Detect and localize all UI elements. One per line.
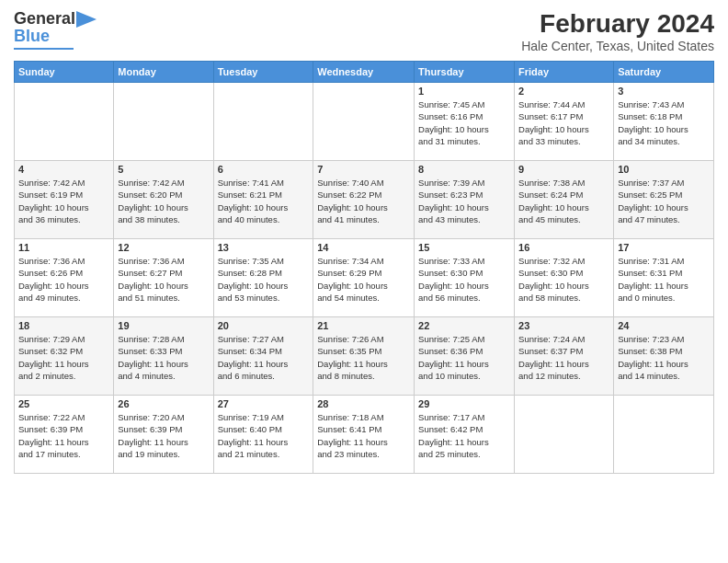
day-info: Sunrise: 7:39 AM Sunset: 6:23 PM Dayligh… [418, 177, 510, 225]
calendar-cell: 15Sunrise: 7:33 AM Sunset: 6:30 PM Dayli… [415, 239, 515, 317]
header-sunday: Sunday [15, 62, 114, 83]
day-number: 4 [18, 164, 109, 175]
day-number: 11 [18, 242, 109, 253]
header-saturday: Saturday [614, 62, 714, 83]
calendar-cell: 19Sunrise: 7:28 AM Sunset: 6:33 PM Dayli… [114, 317, 213, 396]
day-number: 23 [518, 320, 609, 331]
calendar-week-4: 18Sunrise: 7:29 AM Sunset: 6:32 PM Dayli… [15, 317, 714, 396]
calendar-cell: 6Sunrise: 7:41 AM Sunset: 6:21 PM Daylig… [213, 161, 313, 239]
day-number: 19 [118, 320, 209, 331]
calendar-cell: 26Sunrise: 7:20 AM Sunset: 6:39 PM Dayli… [114, 396, 213, 474]
day-number: 25 [18, 398, 109, 409]
calendar-cell: 16Sunrise: 7:32 AM Sunset: 6:30 PM Dayli… [515, 239, 614, 317]
calendar-week-5: 25Sunrise: 7:22 AM Sunset: 6:39 PM Dayli… [15, 396, 714, 474]
day-info: Sunrise: 7:43 AM Sunset: 6:18 PM Dayligh… [618, 98, 710, 147]
header-wednesday: Wednesday [313, 62, 415, 83]
day-info: Sunrise: 7:36 AM Sunset: 6:27 PM Dayligh… [118, 255, 209, 304]
day-number: 13 [218, 242, 310, 253]
logo-general: General [14, 9, 75, 29]
calendar-cell: 10Sunrise: 7:37 AM Sunset: 6:25 PM Dayli… [614, 161, 714, 239]
day-number: 29 [418, 398, 510, 409]
day-info: Sunrise: 7:41 AM Sunset: 6:21 PM Dayligh… [218, 177, 310, 225]
day-number: 24 [618, 320, 710, 331]
day-number: 17 [618, 242, 710, 253]
day-number: 26 [118, 398, 209, 409]
day-info: Sunrise: 7:40 AM Sunset: 6:22 PM Dayligh… [317, 177, 410, 225]
calendar-cell: 25Sunrise: 7:22 AM Sunset: 6:39 PM Dayli… [15, 396, 114, 474]
day-number: 6 [218, 164, 310, 175]
day-number: 9 [518, 164, 609, 175]
day-number: 1 [418, 86, 510, 97]
day-number: 18 [18, 320, 109, 331]
calendar-cell: 21Sunrise: 7:26 AM Sunset: 6:35 PM Dayli… [313, 317, 415, 396]
calendar-cell: 23Sunrise: 7:24 AM Sunset: 6:37 PM Dayli… [515, 317, 614, 396]
day-number: 20 [218, 320, 310, 331]
day-info: Sunrise: 7:20 AM Sunset: 6:39 PM Dayligh… [118, 411, 209, 460]
calendar-week-3: 11Sunrise: 7:36 AM Sunset: 6:26 PM Dayli… [15, 239, 714, 317]
calendar-cell: 22Sunrise: 7:25 AM Sunset: 6:36 PM Dayli… [415, 317, 515, 396]
day-number: 21 [317, 320, 410, 331]
calendar-header-row: Sunday Monday Tuesday Wednesday Thursday… [15, 62, 714, 83]
day-info: Sunrise: 7:18 AM Sunset: 6:41 PM Dayligh… [317, 411, 410, 460]
day-info: Sunrise: 7:44 AM Sunset: 6:17 PM Dayligh… [518, 98, 609, 147]
day-info: Sunrise: 7:42 AM Sunset: 6:20 PM Dayligh… [118, 177, 209, 225]
calendar-cell [515, 396, 614, 474]
day-number: 5 [118, 164, 209, 175]
day-info: Sunrise: 7:42 AM Sunset: 6:19 PM Dayligh… [18, 177, 109, 225]
day-info: Sunrise: 7:22 AM Sunset: 6:39 PM Dayligh… [18, 411, 109, 460]
calendar-cell: 24Sunrise: 7:23 AM Sunset: 6:38 PM Dayli… [614, 317, 714, 396]
header-monday: Monday [114, 62, 213, 83]
calendar-cell: 4Sunrise: 7:42 AM Sunset: 6:19 PM Daylig… [15, 161, 114, 239]
calendar-cell: 29Sunrise: 7:17 AM Sunset: 6:42 PM Dayli… [415, 396, 515, 474]
day-number: 27 [218, 398, 310, 409]
day-info: Sunrise: 7:36 AM Sunset: 6:26 PM Dayligh… [18, 255, 109, 304]
day-info: Sunrise: 7:37 AM Sunset: 6:25 PM Dayligh… [618, 177, 710, 225]
day-info: Sunrise: 7:33 AM Sunset: 6:30 PM Dayligh… [418, 255, 510, 304]
calendar-cell: 12Sunrise: 7:36 AM Sunset: 6:27 PM Dayli… [114, 239, 213, 317]
calendar-cell: 7Sunrise: 7:40 AM Sunset: 6:22 PM Daylig… [313, 161, 415, 239]
calendar-cell: 1Sunrise: 7:45 AM Sunset: 6:16 PM Daylig… [415, 83, 515, 161]
calendar-cell: 20Sunrise: 7:27 AM Sunset: 6:34 PM Dayli… [213, 317, 313, 396]
day-number: 7 [317, 164, 410, 175]
day-number: 12 [118, 242, 209, 253]
day-info: Sunrise: 7:17 AM Sunset: 6:42 PM Dayligh… [418, 411, 510, 460]
day-info: Sunrise: 7:25 AM Sunset: 6:36 PM Dayligh… [418, 333, 510, 382]
calendar-week-1: 1Sunrise: 7:45 AM Sunset: 6:16 PM Daylig… [15, 83, 714, 161]
day-info: Sunrise: 7:27 AM Sunset: 6:34 PM Dayligh… [218, 333, 310, 382]
logo: General Blue [14, 9, 97, 50]
day-number: 8 [418, 164, 510, 175]
day-info: Sunrise: 7:45 AM Sunset: 6:16 PM Dayligh… [418, 98, 510, 147]
title-block: February 2024 Hale Center, Texas, United… [521, 9, 714, 53]
calendar-cell [15, 83, 114, 161]
day-number: 10 [618, 164, 710, 175]
calendar-cell: 5Sunrise: 7:42 AM Sunset: 6:20 PM Daylig… [114, 161, 213, 239]
day-info: Sunrise: 7:31 AM Sunset: 6:31 PM Dayligh… [618, 255, 710, 304]
header-tuesday: Tuesday [213, 62, 313, 83]
calendar-subtitle: Hale Center, Texas, United States [521, 39, 714, 53]
calendar-cell: 17Sunrise: 7:31 AM Sunset: 6:31 PM Dayli… [614, 239, 714, 317]
day-number: 28 [317, 398, 410, 409]
calendar-cell: 18Sunrise: 7:29 AM Sunset: 6:32 PM Dayli… [15, 317, 114, 396]
day-number: 22 [418, 320, 510, 331]
calendar-cell: 27Sunrise: 7:19 AM Sunset: 6:40 PM Dayli… [213, 396, 313, 474]
calendar-cell: 28Sunrise: 7:18 AM Sunset: 6:41 PM Dayli… [313, 396, 415, 474]
header-thursday: Thursday [415, 62, 515, 83]
day-info: Sunrise: 7:23 AM Sunset: 6:38 PM Dayligh… [618, 333, 710, 382]
day-info: Sunrise: 7:32 AM Sunset: 6:30 PM Dayligh… [518, 255, 609, 304]
calendar-cell: 9Sunrise: 7:38 AM Sunset: 6:24 PM Daylig… [515, 161, 614, 239]
day-info: Sunrise: 7:35 AM Sunset: 6:28 PM Dayligh… [218, 255, 310, 304]
header: General Blue February 2024 Hale Center, … [14, 9, 714, 53]
logo-icon [76, 11, 97, 28]
calendar-table: Sunday Monday Tuesday Wednesday Thursday… [14, 61, 714, 474]
calendar-cell: 3Sunrise: 7:43 AM Sunset: 6:18 PM Daylig… [614, 83, 714, 161]
day-info: Sunrise: 7:26 AM Sunset: 6:35 PM Dayligh… [317, 333, 410, 382]
logo-blue: Blue [14, 27, 50, 46]
calendar-cell [114, 83, 213, 161]
day-number: 15 [418, 242, 510, 253]
calendar-cell: 14Sunrise: 7:34 AM Sunset: 6:29 PM Dayli… [313, 239, 415, 317]
calendar-cell [614, 396, 714, 474]
day-info: Sunrise: 7:28 AM Sunset: 6:33 PM Dayligh… [118, 333, 209, 382]
day-info: Sunrise: 7:34 AM Sunset: 6:29 PM Dayligh… [317, 255, 410, 304]
calendar-cell [213, 83, 313, 161]
calendar-cell: 8Sunrise: 7:39 AM Sunset: 6:23 PM Daylig… [415, 161, 515, 239]
